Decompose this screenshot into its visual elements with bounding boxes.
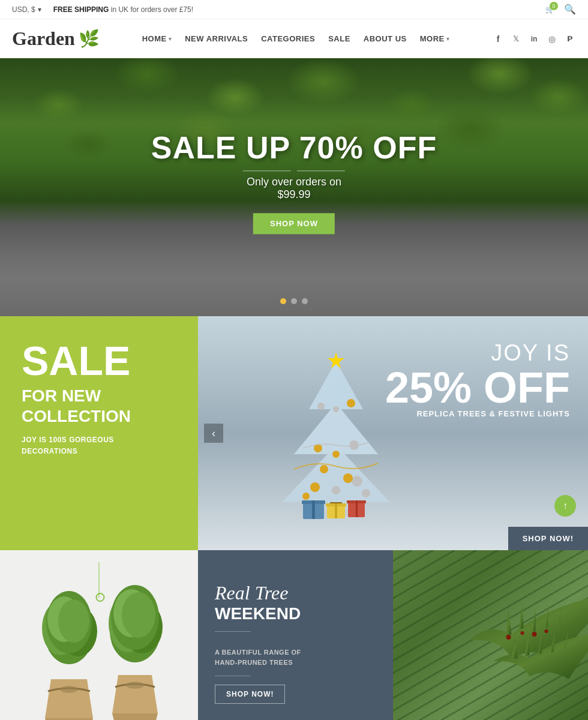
header: Garden 🌿 HOME ▾ NEW ARRIVALS CATEGORIES … xyxy=(0,19,588,58)
prev-arrow-button[interactable]: ‹ xyxy=(204,424,223,443)
real-tree-right xyxy=(393,550,588,720)
promo-grid: SALE FOR NEWCOLLECTION JOY IS 100S GORGE… xyxy=(0,316,588,720)
svg-rect-27 xyxy=(335,503,337,518)
christmas-tree-image xyxy=(270,316,402,550)
hero-subtitle-line2: $99.99 xyxy=(277,188,310,200)
main-nav: HOME ▾ NEW ARRIVALS CATEGORIES SALE ABOU… xyxy=(142,34,450,43)
top-bar-right: 🛒 0 🔍 xyxy=(545,4,576,15)
svg-point-36 xyxy=(58,599,89,643)
currency-selector[interactable]: USD, $ ▾ xyxy=(12,5,41,14)
hero-dot-3[interactable] xyxy=(302,298,308,304)
svg-rect-30 xyxy=(356,500,358,517)
scroll-up-button[interactable]: ↑ xyxy=(554,495,576,517)
top-bar: USD, $ ▾ FREE SHIPPING in UK for orders … xyxy=(0,0,588,19)
svg-point-44 xyxy=(126,682,144,689)
sale-label: SALE xyxy=(22,340,176,381)
hero-subtitle: Only over orders on $99.99 xyxy=(151,176,437,201)
real-tree-divider xyxy=(215,631,251,632)
cart-button[interactable]: 🛒 0 xyxy=(545,5,554,14)
svg-point-18 xyxy=(332,451,340,458)
svg-point-11 xyxy=(320,465,328,473)
svg-point-43 xyxy=(122,592,155,638)
hero-dots xyxy=(280,298,308,304)
logo-text: Garden xyxy=(12,28,75,50)
instagram-icon[interactable]: ◎ xyxy=(546,33,558,45)
promo-real-tree: Real TreeWEEKEND A BEAUTIFUL RANGE OFHAN… xyxy=(198,550,588,720)
svg-point-9 xyxy=(310,482,320,492)
promo-sale-green: SALE FOR NEWCOLLECTION JOY IS 100S GORGE… xyxy=(0,316,198,550)
shipping-detail: in UK for orders over £75! xyxy=(111,5,193,14)
real-tree-divider-2 xyxy=(215,676,251,676)
svg-point-47 xyxy=(532,632,537,637)
hero-shop-button[interactable]: SHOP NOW xyxy=(253,213,335,234)
hero-content: SALE UP 70% OFF Only over orders on $99.… xyxy=(151,130,437,234)
hero-banner: SALE UP 70% OFF Only over orders on $99.… xyxy=(0,58,588,316)
shipping-bold: FREE SHIPPING xyxy=(53,5,109,14)
nav-categories[interactable]: CATEGORIES xyxy=(261,34,315,43)
svg-point-15 xyxy=(362,489,370,497)
svg-point-14 xyxy=(302,493,310,500)
nav-sale[interactable]: SALE xyxy=(328,34,350,43)
svg-point-20 xyxy=(347,399,355,407)
hero-subtitle-line1: Only over orders on xyxy=(247,176,341,188)
svg-point-10 xyxy=(352,476,362,487)
nav-more[interactable]: MORE ▾ xyxy=(420,34,450,43)
hero-divider xyxy=(151,170,437,171)
svg-point-37 xyxy=(60,686,78,693)
facebook-icon[interactable]: f xyxy=(492,33,504,45)
joy-text: JOY IS 25% OFF REPLICA TREES & FESTIVE L… xyxy=(385,340,570,418)
nav-home[interactable]: HOME ▾ xyxy=(142,34,172,43)
pinterest-icon[interactable]: 𝗣 xyxy=(564,33,576,45)
real-tree-desc: A BEAUTIFUL RANGE OFHAND-PRUNED TREES xyxy=(215,647,376,667)
svg-point-46 xyxy=(521,631,524,635)
sale-desc: JOY IS 100S GORGEOUSDECORATIONS xyxy=(22,434,176,457)
svg-point-48 xyxy=(545,629,548,633)
linkedin-icon[interactable]: in xyxy=(528,33,540,45)
hero-divider-left xyxy=(243,170,291,171)
more-chevron-icon: ▾ xyxy=(446,36,450,42)
home-chevron-icon: ▾ xyxy=(169,36,172,42)
currency-label: USD, $ xyxy=(12,5,35,14)
real-tree-title: Real TreeWEEKEND xyxy=(215,583,376,623)
svg-point-19 xyxy=(317,403,325,410)
plants-line-decoration xyxy=(99,562,100,598)
svg-point-45 xyxy=(506,635,511,640)
svg-point-21 xyxy=(333,406,339,412)
cart-badge: 0 xyxy=(550,2,558,10)
hero-dot-2[interactable] xyxy=(291,298,297,304)
pine-svg xyxy=(393,550,588,720)
svg-point-12 xyxy=(343,473,353,483)
hero-divider-right xyxy=(297,170,345,171)
svg-point-13 xyxy=(332,486,340,494)
hero-title: SALE UP 70% OFF xyxy=(151,130,437,166)
hero-dot-1[interactable] xyxy=(280,298,286,304)
tree-shop-button[interactable]: SHOP NOW! xyxy=(508,527,588,550)
search-icon[interactable]: 🔍 xyxy=(564,4,576,15)
social-icons: f 𝕏 in ◎ 𝗣 xyxy=(492,33,576,45)
nav-about-us[interactable]: ABOUT US xyxy=(364,34,407,43)
tree-svg xyxy=(270,325,402,541)
top-bar-left: USD, $ ▾ FREE SHIPPING in UK for orders … xyxy=(12,5,193,14)
svg-rect-24 xyxy=(312,500,315,519)
currency-chevron: ▾ xyxy=(38,5,41,14)
real-tree-shop-button[interactable]: SHOP NOW! xyxy=(215,685,285,704)
logo[interactable]: Garden 🌿 xyxy=(12,28,100,50)
twitter-icon[interactable]: 𝕏 xyxy=(510,33,522,45)
joy-top: JOY IS xyxy=(385,340,570,366)
logo-leaf-icon: 🌿 xyxy=(79,29,100,49)
promo-tree-banner: JOY IS 25% OFF REPLICA TREES & FESTIVE L… xyxy=(198,316,588,550)
real-tree-left: Real TreeWEEKEND A BEAUTIFUL RANGE OFHAN… xyxy=(198,550,393,720)
promo-plants xyxy=(0,550,198,720)
joy-pct: 25% OFF xyxy=(385,366,570,409)
shipping-notice: FREE SHIPPING in UK for orders over £75! xyxy=(53,5,193,14)
nav-new-arrivals[interactable]: NEW ARRIVALS xyxy=(185,34,248,43)
sale-sub: FOR NEWCOLLECTION xyxy=(22,386,176,426)
